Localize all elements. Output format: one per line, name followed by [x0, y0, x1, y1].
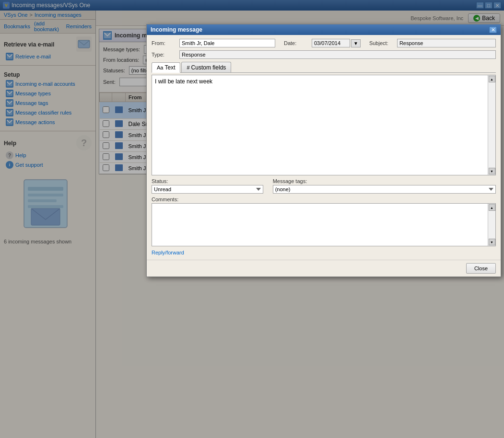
- modal-body-container: I will be late next week ▲ ▼: [152, 75, 496, 175]
- modal-date-label: Date:: [284, 40, 308, 46]
- modal-type-input[interactable]: [179, 50, 496, 59]
- status-select[interactable]: Unread Read Archived: [152, 185, 263, 194]
- body-scrollbar: ▲ ▼: [488, 75, 495, 175]
- tab-text[interactable]: Aa Text: [152, 62, 180, 73]
- modal-body-content: I will be late next week: [155, 78, 212, 85]
- modal-subject-label: Subject:: [369, 40, 393, 46]
- msg-tags-select[interactable]: (none): [273, 185, 496, 194]
- modal-close-button[interactable]: Close: [466, 263, 496, 274]
- modal-status-row: Status: Unread Read Archived Message tag…: [152, 178, 496, 194]
- comments-label: Comments:: [152, 196, 496, 202]
- modal-form-row-1: From: Date: ▼ Subject:: [152, 39, 496, 47]
- tab-custom-fields-label: Custom fields: [191, 64, 226, 71]
- modal-date-wrap: ▼: [312, 39, 361, 47]
- modal-body-text: I will be late next week: [152, 75, 495, 175]
- msg-tags-label: Message tags:: [273, 178, 496, 184]
- modal-date-input[interactable]: [312, 39, 350, 47]
- modal-content: From: Date: ▼ Subject: Type: Aa Text # C…: [147, 35, 501, 260]
- modal-from-input[interactable]: [179, 39, 275, 47]
- comments-scroll-down-button[interactable]: ▼: [489, 239, 495, 245]
- modal-subject-input[interactable]: [397, 39, 496, 47]
- modal-from-label: From:: [152, 40, 176, 46]
- custom-fields-tab-icon: #: [187, 65, 189, 70]
- comments-scroll-up-button[interactable]: ▲: [489, 204, 495, 211]
- modal-date-picker-button[interactable]: ▼: [351, 39, 361, 47]
- modal-title: Incoming message: [151, 26, 202, 33]
- scroll-down-button[interactable]: ▼: [489, 168, 495, 174]
- comments-textarea[interactable]: [152, 204, 488, 246]
- modal-type-label: Type:: [152, 52, 176, 58]
- modal-tabs: Aa Text # Custom fields: [152, 62, 496, 73]
- reply-forward-area: Reply/forward: [152, 249, 496, 256]
- msg-tags-field: Message tags: (none): [273, 178, 496, 194]
- tab-custom-fields[interactable]: # Custom fields: [181, 62, 231, 72]
- status-field: Status: Unread Read Archived: [152, 178, 263, 194]
- comments-area: Comments: ▲ ▼: [152, 196, 496, 246]
- modal-title-close-button[interactable]: ✕: [489, 26, 497, 33]
- modal-footer: Close: [147, 260, 501, 277]
- reply-forward-link[interactable]: Reply/forward: [152, 250, 184, 255]
- scroll-up-button[interactable]: ▲: [489, 76, 495, 82]
- text-tab-icon: Aa: [157, 65, 163, 70]
- modal-title-bar: Incoming message ✕: [147, 24, 501, 35]
- incoming-message-modal: Incoming message ✕ From: Date: ▼ Subject…: [146, 24, 501, 277]
- status-label: Status:: [152, 178, 263, 184]
- comments-container: ▲ ▼: [152, 203, 496, 246]
- tab-text-label: Text: [164, 64, 175, 71]
- comments-scrollbar: ▲ ▼: [488, 204, 495, 246]
- modal-form-row-2: Type:: [152, 50, 496, 59]
